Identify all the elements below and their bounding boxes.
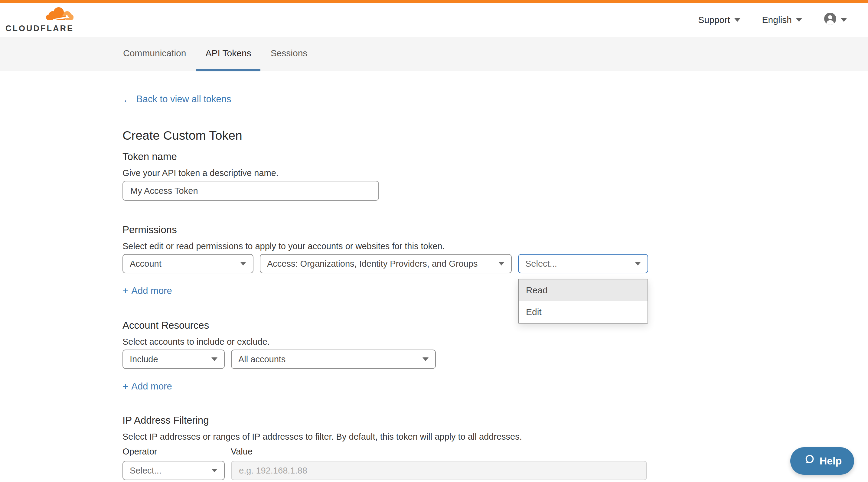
plus-icon: + bbox=[123, 285, 128, 297]
header-right: Support English bbox=[698, 12, 847, 27]
permissions-add-more-label: Add more bbox=[131, 285, 172, 297]
operator-label: Operator bbox=[123, 446, 231, 457]
value-label: Value bbox=[231, 446, 252, 457]
permission-level-wrap: Select... Read Edit bbox=[518, 254, 648, 274]
token-name-input[interactable] bbox=[123, 181, 379, 201]
support-menu-label: Support bbox=[698, 15, 730, 25]
ip-filtering-helper: Select IP addresses or ranges of IP addr… bbox=[123, 431, 868, 442]
account-mode-value: Include bbox=[130, 354, 158, 364]
permissions-helper: Select edit or read permissions to apply… bbox=[123, 241, 868, 252]
account-resources-heading: Account Resources bbox=[123, 319, 868, 331]
token-name-section: Token name Give your API token a descrip… bbox=[123, 151, 868, 201]
token-name-helper: Give your API token a descriptive name. bbox=[123, 167, 868, 179]
chevron-down-icon bbox=[841, 18, 847, 22]
main-content: ← Back to view all tokens Create Custom … bbox=[0, 71, 868, 480]
permission-resource-value: Access: Organizations, Identity Provider… bbox=[267, 259, 477, 269]
ip-filtering-heading: IP Address Filtering bbox=[123, 414, 868, 426]
permission-level-menu: Read Edit bbox=[518, 279, 648, 324]
chevron-down-icon bbox=[635, 262, 641, 265]
chat-bubble-icon bbox=[803, 454, 815, 469]
chevron-down-icon bbox=[240, 262, 246, 265]
permission-level-placeholder: Select... bbox=[525, 259, 557, 269]
chevron-down-icon bbox=[423, 357, 429, 361]
avatar bbox=[824, 12, 837, 27]
back-to-tokens-link[interactable]: ← Back to view all tokens bbox=[123, 93, 231, 105]
ip-labels-row: Operator Value bbox=[123, 446, 868, 457]
cloudflare-logo[interactable]: CLOUDFLARE bbox=[5, 7, 74, 33]
permission-scope-value: Account bbox=[130, 259, 161, 269]
chevron-down-icon bbox=[734, 18, 740, 22]
ip-value-input[interactable] bbox=[231, 461, 647, 480]
ip-filtering-section: IP Address Filtering Select IP addresses… bbox=[123, 414, 868, 480]
ip-filter-row: Select... bbox=[123, 461, 868, 480]
permission-level-select[interactable]: Select... bbox=[518, 254, 648, 274]
support-menu[interactable]: Support bbox=[698, 15, 740, 25]
help-button[interactable]: Help bbox=[790, 447, 854, 475]
account-resources-add-more-link[interactable]: + Add more bbox=[123, 380, 172, 392]
menu-option-read[interactable]: Read bbox=[519, 280, 648, 301]
account-resources-row: Include All accounts bbox=[123, 350, 868, 369]
permissions-heading: Permissions bbox=[123, 224, 868, 236]
back-link-label: Back to view all tokens bbox=[136, 93, 231, 105]
chevron-down-icon bbox=[211, 469, 217, 472]
help-button-label: Help bbox=[819, 455, 842, 467]
account-mode-select[interactable]: Include bbox=[123, 350, 225, 369]
account-resources-section: Account Resources Select accounts to inc… bbox=[123, 319, 868, 392]
language-menu-label: English bbox=[762, 15, 792, 25]
tab-api-tokens[interactable]: API Tokens bbox=[196, 37, 260, 71]
back-arrow-icon: ← bbox=[123, 94, 133, 104]
orange-accent-bar bbox=[0, 0, 868, 3]
permission-scope-select[interactable]: Account bbox=[123, 254, 253, 274]
account-resources-add-more-label: Add more bbox=[131, 380, 172, 392]
permissions-section: Permissions Select edit or read permissi… bbox=[123, 224, 868, 297]
permissions-add-more-link[interactable]: + Add more bbox=[123, 285, 172, 297]
account-resources-helper: Select accounts to include or exclude. bbox=[123, 336, 868, 347]
language-menu[interactable]: English bbox=[762, 15, 802, 25]
tab-communication[interactable]: Communication bbox=[114, 37, 195, 71]
cloudflare-cloud-icon bbox=[45, 7, 74, 23]
account-scope-value: All accounts bbox=[238, 354, 285, 364]
app-header: CLOUDFLARE Support English bbox=[0, 3, 868, 37]
ip-operator-select[interactable]: Select... bbox=[123, 461, 225, 480]
profile-tabs: Communication API Tokens Sessions bbox=[0, 37, 868, 71]
menu-option-edit[interactable]: Edit bbox=[519, 301, 648, 323]
ip-operator-placeholder: Select... bbox=[130, 466, 161, 476]
account-menu[interactable] bbox=[824, 12, 847, 27]
token-name-heading: Token name bbox=[123, 151, 868, 163]
chevron-down-icon bbox=[796, 18, 802, 22]
permissions-row: Account Access: Organizations, Identity … bbox=[123, 254, 868, 274]
chevron-down-icon bbox=[211, 357, 217, 361]
plus-icon: + bbox=[123, 380, 128, 392]
tab-sessions[interactable]: Sessions bbox=[261, 37, 317, 71]
page-title: Create Custom Token bbox=[123, 128, 868, 143]
account-scope-select[interactable]: All accounts bbox=[231, 350, 436, 369]
cloudflare-wordmark: CLOUDFLARE bbox=[5, 25, 74, 33]
chevron-down-icon bbox=[498, 262, 504, 265]
permission-resource-select[interactable]: Access: Organizations, Identity Provider… bbox=[260, 254, 512, 274]
